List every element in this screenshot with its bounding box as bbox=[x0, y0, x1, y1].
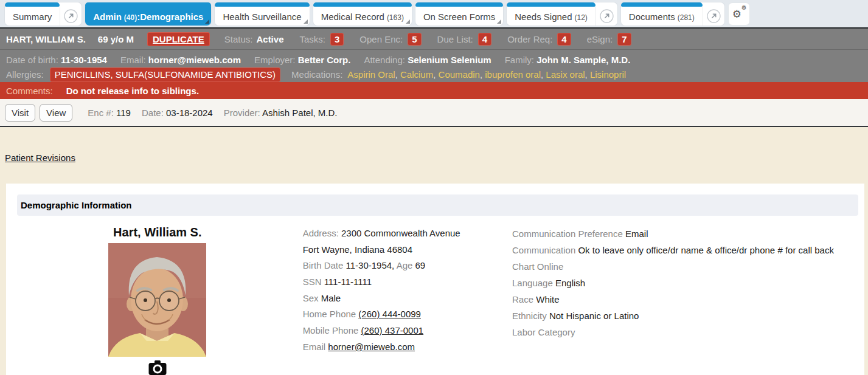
comments-label: Comments: bbox=[6, 86, 53, 96]
email-info-field: Email horner@mieweb.com bbox=[303, 339, 512, 356]
attending-label: Attending: bbox=[364, 55, 405, 65]
tab-on-screen-forms-label: On Screen Forms bbox=[423, 12, 495, 22]
dob-field: Date of birth: 11-30-1954 bbox=[6, 54, 107, 66]
communication-preference-value: Email bbox=[625, 229, 648, 239]
medications-list: Aspirin OralCalciumCoumadinibuprofen ora… bbox=[347, 69, 626, 81]
attending-field: Attending: Selenium Selenium bbox=[364, 54, 491, 66]
esign-count-badge[interactable]: 7 bbox=[617, 33, 631, 46]
enc-date-label: Date: bbox=[142, 108, 164, 118]
enc-date-value: 03-18-2024 bbox=[166, 108, 213, 118]
labor-category-field: Labor Category bbox=[512, 324, 864, 340]
tab-admin-demographics[interactable]: Admin(40):Demographics bbox=[85, 2, 211, 26]
chart-online-label: Chart Online bbox=[512, 261, 563, 272]
status-value: Active bbox=[256, 34, 283, 44]
sex-field: Sex Male bbox=[303, 291, 512, 307]
ethnicity-value: Not Hispanic or Latino bbox=[549, 311, 639, 321]
patient-revisions-link[interactable]: Patient Revisions bbox=[5, 153, 75, 163]
documents-popout-button[interactable] bbox=[703, 7, 724, 26]
order-req-counter: Order Req: 4 bbox=[507, 33, 571, 46]
open-enc-count-badge[interactable]: 5 bbox=[408, 33, 421, 46]
race-value: White bbox=[536, 294, 559, 304]
mobile-phone-field: Mobile Phone (260) 437-0001 bbox=[303, 323, 512, 339]
tab-on-screen-forms[interactable]: On Screen Forms bbox=[415, 2, 503, 26]
enc-number-field: Enc #: 119 bbox=[88, 108, 131, 118]
home-phone-label: Home Phone bbox=[303, 309, 356, 319]
birth-date-value: 11-30-1954, bbox=[346, 260, 395, 270]
allergies-badge[interactable]: PENICILLINS, SULFA(SULFONAMIDE ANTIBIOTI… bbox=[50, 67, 280, 82]
tab-documents[interactable]: Documents(281) bbox=[621, 2, 724, 26]
demographics-card: Demographic Information Hart, William S. bbox=[6, 184, 864, 375]
address-label: Address: bbox=[303, 228, 339, 238]
needs-signed-popout-button[interactable] bbox=[595, 7, 617, 26]
tab-medical-record-label: Medical Record bbox=[321, 12, 384, 22]
labor-category-label: Labor Category bbox=[512, 327, 575, 337]
dob-value: 11-30-1954 bbox=[61, 55, 107, 65]
home-phone-field: Home Phone (260) 444-0099 bbox=[303, 306, 512, 323]
order-req-count-badge[interactable]: 4 bbox=[557, 33, 571, 46]
settings-button[interactable]: ⚙ ⚙ bbox=[728, 2, 750, 26]
due-list-count-badge[interactable]: 4 bbox=[478, 33, 491, 46]
patient-display-name: Hart, William S. bbox=[91, 225, 224, 239]
camera-button[interactable] bbox=[91, 360, 224, 375]
patient-details-bar: Date of birth: 11-30-1954 Email: horner@… bbox=[0, 49, 868, 82]
sex-value: Male bbox=[321, 293, 341, 303]
family-label: Family: bbox=[505, 55, 534, 65]
communication-label: Communication bbox=[512, 245, 575, 255]
dob-label: Date of birth: bbox=[6, 55, 58, 65]
tab-needs-signed-count: (12) bbox=[575, 13, 588, 22]
sex-label: Sex bbox=[303, 293, 319, 303]
tab-medical-record[interactable]: Medical Record(163) bbox=[313, 2, 412, 26]
patient-details-row-1: Date of birth: 11-30-1954 Email: horner@… bbox=[6, 54, 862, 66]
tab-needs-signed[interactable]: Needs Signed(12) bbox=[507, 2, 617, 26]
patient-photo-image bbox=[108, 243, 206, 357]
gear-icon: ⚙ bbox=[732, 8, 741, 21]
address-line2: Fort Wayne, Indiana 46804 bbox=[303, 244, 412, 255]
tab-medical-record-count: (163) bbox=[387, 13, 404, 22]
duplicate-flag-badge[interactable]: DUPLICATE bbox=[147, 32, 210, 46]
communication-field: Communication Ok to leave only office/dr… bbox=[512, 242, 864, 258]
chevron-down-icon bbox=[304, 19, 308, 24]
ethnicity-field: Ethnicity Not Hispanic or Latino bbox=[512, 308, 864, 324]
attending-value: Selenium Selenium bbox=[408, 55, 491, 65]
tab-admin-suffix: :Demographics bbox=[137, 12, 203, 22]
medication-link[interactable]: ibuprofen oral bbox=[480, 69, 541, 80]
medication-link[interactable]: Coumadin bbox=[433, 69, 480, 80]
contact-info-column: Address: 2300 Commonwealth Avenue Fort W… bbox=[303, 225, 512, 375]
mobile-phone-link[interactable]: (260) 437-0001 bbox=[361, 325, 424, 335]
medication-link[interactable]: Lisinopril bbox=[585, 69, 627, 80]
chevron-down-icon bbox=[497, 19, 501, 24]
order-req-label: Order Req: bbox=[507, 34, 552, 44]
email-field: Email: horner@mieweb.com bbox=[120, 54, 241, 66]
comments-text: Do not release info to siblings. bbox=[66, 86, 199, 96]
medications-label: Medications: bbox=[291, 69, 342, 81]
view-button[interactable]: View bbox=[40, 104, 72, 122]
employer-value: Better Corp. bbox=[298, 55, 351, 65]
medication-link[interactable]: Calcium bbox=[395, 69, 434, 80]
enc-number-value: 119 bbox=[116, 108, 131, 118]
preferences-column: Communication Preference Email Communica… bbox=[512, 225, 864, 375]
tab-admin-count: (40) bbox=[124, 13, 137, 22]
visit-button[interactable]: Visit bbox=[5, 104, 35, 122]
patient-name-header: HART, WILLIAM S. bbox=[6, 34, 86, 44]
race-field: Race White bbox=[512, 291, 864, 308]
tab-documents-label: Documents bbox=[629, 12, 675, 22]
tab-summary[interactable]: Summary bbox=[5, 2, 82, 26]
tab-bar: Summary Admin(40):Demographics Health Su… bbox=[0, 0, 868, 27]
address-line1: 2300 Commonwealth Avenue bbox=[341, 228, 460, 238]
medication-link[interactable]: Lasix oral bbox=[541, 69, 585, 80]
email-link[interactable]: horner@mieweb.com bbox=[328, 342, 415, 352]
age-label: Age bbox=[397, 260, 413, 270]
allergies-label: Allergies: bbox=[6, 69, 44, 81]
patient-status: Status: Active bbox=[224, 34, 284, 44]
summary-popout-button[interactable] bbox=[60, 7, 82, 26]
ethnicity-label: Ethnicity bbox=[512, 311, 547, 321]
enc-provider-field: Provider: Ashish Patel, M.D. bbox=[224, 108, 338, 118]
tab-health-surveillance[interactable]: Health Surveillance bbox=[215, 2, 309, 26]
tab-admin-label: Admin bbox=[93, 12, 122, 22]
tasks-count-badge[interactable]: 3 bbox=[330, 33, 344, 46]
due-list-label: Due List: bbox=[437, 34, 473, 44]
tab-health-surveillance-label: Health Surveillance bbox=[223, 12, 301, 22]
home-phone-link[interactable]: (260) 444-0099 bbox=[358, 309, 421, 319]
medication-link[interactable]: Aspirin Oral bbox=[347, 69, 395, 80]
status-label: Status: bbox=[224, 34, 253, 44]
